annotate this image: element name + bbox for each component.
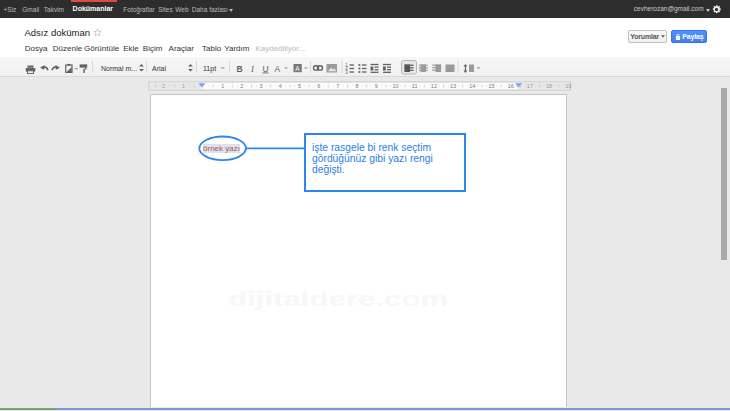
svg-text:7: 7: [336, 83, 339, 89]
svg-text:16: 16: [508, 83, 514, 89]
svg-text:11: 11: [412, 83, 418, 89]
svg-text:10: 10: [392, 83, 398, 89]
svg-text:5: 5: [298, 83, 301, 89]
svg-text:4: 4: [279, 83, 282, 89]
svg-text:6: 6: [317, 83, 320, 89]
svg-text:A: A: [275, 64, 281, 74]
svg-text:19: 19: [565, 83, 571, 89]
svg-text:9: 9: [375, 83, 378, 89]
svg-text:8: 8: [356, 83, 359, 89]
svg-text:13: 13: [450, 83, 456, 89]
svg-text:1: 1: [182, 83, 185, 89]
svg-text:3: 3: [345, 70, 348, 75]
svg-text:A: A: [295, 65, 300, 72]
svg-text:15: 15: [488, 83, 494, 89]
svg-text:14: 14: [469, 83, 475, 89]
svg-text:18: 18: [546, 83, 552, 89]
svg-text:B: B: [237, 64, 243, 74]
svg-text:17: 17: [527, 83, 533, 89]
svg-text:I: I: [250, 64, 255, 74]
svg-text:U: U: [263, 64, 269, 74]
svg-text:1: 1: [221, 83, 224, 89]
svg-text:2: 2: [240, 83, 243, 89]
svg-text:2: 2: [162, 83, 165, 89]
svg-text:3: 3: [260, 83, 263, 89]
svg-text:12: 12: [431, 83, 437, 89]
